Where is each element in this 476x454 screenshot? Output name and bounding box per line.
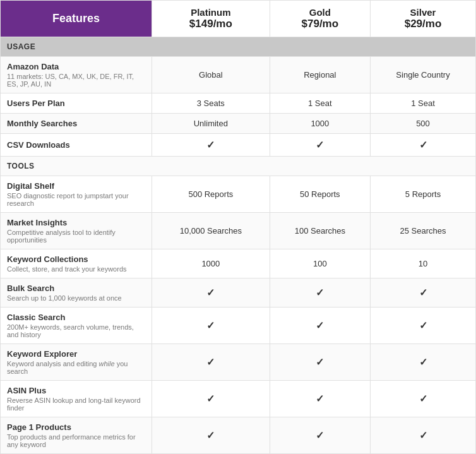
plan-value-silver: Single Country [371,57,476,93]
checkmark-icon: ✓ [419,287,427,298]
plan-value-silver: ✓ [371,134,476,157]
feature-sub-text: Competitive analysis tool to identify op… [7,229,144,244]
feature-sub-text: 200M+ keywords, search volume, trends, a… [7,323,144,338]
feature-sub-text: 11 markets: US, CA, MX, UK, DE, FR, IT, … [7,73,144,88]
plan-value-platinum: ✓ [152,381,270,417]
table-row: Classic Search200M+ keywords, search vol… [1,308,476,344]
checkmark-icon: ✓ [206,140,215,150]
feature-name: Monthly Searches [7,119,77,128]
table-row: Monthly SearchesUnlimited1000500 [1,114,476,134]
plan-value-silver: ✓ [371,278,476,308]
plan-value-platinum: 3 Seats [152,93,270,114]
checkmark-icon: ✓ [206,393,215,404]
plan-value-platinum: ✓ [152,344,270,381]
table-row: Keyword ExplorerKeyword analysis and edi… [1,344,476,381]
plan-value-gold: 1000 [270,114,370,134]
checkmark-icon: ✓ [316,140,324,150]
section-header-tools: TOOLS [1,157,476,176]
plan-value-silver: 25 Searches [371,213,476,249]
plan-value-platinum: ✓ [152,278,270,308]
feature-name-cell: Bulk SearchSearch up to 1,000 keywords a… [1,278,152,308]
checkmark-icon: ✓ [316,287,324,298]
feature-name: Page 1 Products [7,422,71,432]
plan-platinum-header: Platinum $149/mo [152,1,270,37]
checkmark-icon: ✓ [316,357,324,367]
plan-value-silver: ✓ [371,417,476,454]
feature-name: ASIN Plus [7,386,46,395]
feature-name-cell: Users Per Plan [1,93,152,114]
plan-platinum-price: $149/mo [157,18,265,30]
plan-gold-header: Gold $79/mo [270,1,370,37]
checkmark-icon: ✓ [419,393,427,404]
feature-name-cell: Market InsightsCompetitive analysis tool… [1,213,152,249]
plan-value-platinum: ✓ [152,417,270,454]
plan-value-gold: ✓ [270,134,370,157]
plan-value-platinum: Unlimited [152,114,270,134]
plan-value-gold: 50 Reports [270,176,370,213]
checkmark-icon: ✓ [206,320,215,331]
checkmark-icon: ✓ [206,287,215,298]
feature-name-cell: Keyword ExplorerKeyword analysis and edi… [1,344,152,381]
plan-value-gold: ✓ [270,308,370,344]
plan-value-gold: ✓ [270,381,370,417]
checkmark-icon: ✓ [206,357,215,367]
feature-sub-text: Keyword analysis and editing while you s… [7,360,144,375]
plan-value-gold: ✓ [270,344,370,381]
table-row: Market InsightsCompetitive analysis tool… [1,213,476,249]
feature-name-cell: Classic Search200M+ keywords, search vol… [1,308,152,344]
checkmark-icon: ✓ [419,430,427,441]
feature-sub-text: Top products and performance metrics for… [7,433,144,448]
table-row: CSV Downloads✓✓✓ [1,134,476,157]
checkmark-icon: ✓ [206,430,215,441]
feature-name-cell: Amazon Data11 markets: US, CA, MX, UK, D… [1,57,152,93]
table-row: Keyword CollectionsCollect, store, and t… [1,249,476,278]
feature-name: Bulk Search [7,284,54,293]
feature-name: Amazon Data [7,62,59,71]
feature-sub-text: SEO diagnostic report to jumpstart your … [7,192,144,207]
plan-value-gold: 1 Seat [270,93,370,114]
feature-name: Market Insights [7,218,67,227]
plan-value-gold: Regional [270,57,370,93]
plan-value-silver: ✓ [371,308,476,344]
feature-name: Digital Shelf [7,181,54,191]
table-row: Amazon Data11 markets: US, CA, MX, UK, D… [1,57,476,93]
table-row: Digital ShelfSEO diagnostic report to ju… [1,176,476,213]
plan-value-silver: ✓ [371,344,476,381]
plan-gold-name: Gold [275,7,365,18]
checkmark-icon: ✓ [316,393,324,404]
feature-name-cell: CSV Downloads [1,134,152,157]
plan-value-silver: 1 Seat [371,93,476,114]
feature-sub-text: Search up to 1,000 keywords at once [7,294,144,302]
plan-value-silver: 5 Reports [371,176,476,213]
feature-name-cell: Page 1 ProductsTop products and performa… [1,417,152,454]
plan-value-platinum: Global [152,57,270,93]
plan-value-platinum: 500 Reports [152,176,270,213]
features-header: Features [1,1,152,37]
plan-value-gold: ✓ [270,278,370,308]
table-row: Page 1 ProductsTop products and performa… [1,417,476,454]
checkmark-icon: ✓ [316,320,324,331]
checkmark-icon: ✓ [316,430,324,441]
feature-name-cell: Keyword CollectionsCollect, store, and t… [1,249,152,278]
plan-value-platinum: ✓ [152,134,270,157]
plan-value-silver: 500 [371,114,476,134]
plan-value-platinum: ✓ [152,308,270,344]
feature-name-cell: Digital ShelfSEO diagnostic report to ju… [1,176,152,213]
table-row: Users Per Plan3 Seats1 Seat1 Seat [1,93,476,114]
plan-value-gold: 100 Searches [270,213,370,249]
plan-value-platinum: 1000 [152,249,270,278]
plan-value-gold: ✓ [270,417,370,454]
feature-name-cell: Monthly Searches [1,114,152,134]
table-row: Bulk SearchSearch up to 1,000 keywords a… [1,278,476,308]
section-header-usage: USAGE [1,37,476,57]
checkmark-icon: ✓ [419,140,427,150]
pricing-table: Features Platinum $149/mo Gold $79/mo Si… [0,0,476,454]
plan-platinum-name: Platinum [157,7,265,18]
plan-value-silver: ✓ [371,381,476,417]
plan-silver-name: Silver [376,7,470,18]
plan-value-platinum: 10,000 Searches [152,213,270,249]
feature-name: Keyword Explorer [7,349,77,359]
feature-name: Users Per Plan [7,99,65,108]
plan-gold-price: $79/mo [275,18,365,30]
feature-name-cell: ASIN PlusReverse ASIN lookup and long-ta… [1,381,152,417]
